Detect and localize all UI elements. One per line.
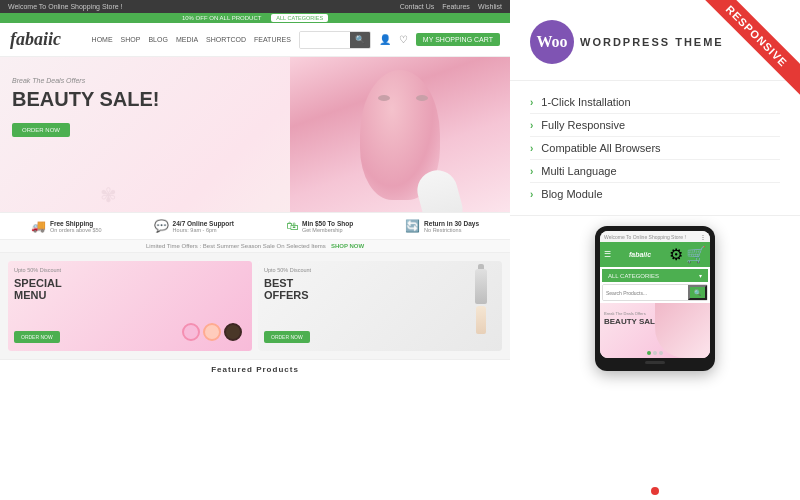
bottle-2 <box>476 306 486 334</box>
pagination-area <box>510 482 800 500</box>
phone-search-bar: 🔍 <box>602 284 708 301</box>
heart-icon[interactable]: ♡ <box>399 34 408 45</box>
card-btn-best[interactable]: ORDER NOW <box>264 331 310 343</box>
feature-shipping-sub: On orders above $50 <box>50 227 102 233</box>
feature-min-shop: 🛍 Min $50 To Shop Get Membership <box>286 219 353 233</box>
site-nav: HOME SHOP BLOG MEDIA SHORTCOD FEATURES <box>92 36 291 43</box>
product-card-best: Upto 50% Discount BESTOFFERS ORDER NOW <box>258 261 502 351</box>
left-panel: Welcome To Online Shopping Store ! Conta… <box>0 0 510 500</box>
phone-gear-icon[interactable]: ⚙ <box>669 245 683 264</box>
feature-label-5: Blog Module <box>541 188 602 200</box>
promo-text: Limited Time Offers : Best Summer Season… <box>146 243 329 249</box>
nav-shop[interactable]: SHOP <box>121 36 141 43</box>
hero-title: BEAUTY SALE! <box>12 88 159 110</box>
hero-cta-button[interactable]: ORDER NOW <box>12 123 70 137</box>
search-input[interactable] <box>300 32 350 48</box>
dot-3 <box>659 351 663 355</box>
feature-return: 🔄 Return in 30 Days No Restrictions <box>405 219 479 233</box>
pill-2 <box>203 323 221 341</box>
promo-link[interactable]: SHOP NOW <box>331 243 364 249</box>
product-card-special: Upto 50% Discount SPECIALMENU ORDER NOW <box>8 261 252 351</box>
chevron-icon-2: › <box>530 120 533 131</box>
search-bar: 🔍 <box>299 31 371 49</box>
nav-features[interactable]: FEATURES <box>254 36 291 43</box>
card-bg-best: Upto 50% Discount BESTOFFERS ORDER NOW <box>258 261 502 351</box>
card-title-special: SPECIALMENU <box>14 277 62 301</box>
bottle-1 <box>475 269 487 304</box>
site-header: fabaiic HOME SHOP BLOG MEDIA SHORTCOD FE… <box>0 23 510 57</box>
phone-hero-image <box>655 303 710 358</box>
feature-return-sub: No Restrictions <box>424 227 479 233</box>
shop-icon: 🛍 <box>286 219 298 233</box>
hero-tagline: Break The Deals Offers <box>12 77 159 84</box>
card-label-best: Upto 50% Discount <box>264 267 311 273</box>
feature-item-5: › Blog Module <box>530 183 780 205</box>
feature-item-2: › Fully Responsive <box>530 114 780 137</box>
topbar-contact[interactable]: Contact Us <box>400 3 435 10</box>
nav-blog[interactable]: BLOG <box>148 36 167 43</box>
shipping-icon: 🚚 <box>31 219 46 233</box>
dot-1 <box>647 351 651 355</box>
phone-hamburger-icon[interactable]: ☰ <box>604 250 611 259</box>
phone-screen: Welcome To Online Shopping Store ! ⋮ ☰ f… <box>600 231 710 358</box>
feature-item-3: › Compatible All Browsers <box>530 137 780 160</box>
feature-label-1: 1-Click Installation <box>541 96 630 108</box>
feature-label-4: Multi Language <box>541 165 616 177</box>
cart-button[interactable]: MY SHOPPING CART <box>416 33 500 46</box>
ribbon-label: RESPONSIVE <box>696 0 800 97</box>
discount-strip: 10% OFF ON ALL PRODUCT ALL CATEGORIES <box>0 13 510 23</box>
phone-home-button <box>645 361 665 364</box>
phone-cart-icon[interactable]: 🛒 <box>686 245 706 264</box>
card-btn-special[interactable]: ORDER NOW <box>14 331 60 343</box>
phone-home-area <box>600 358 710 366</box>
topbar-features[interactable]: Features <box>442 3 470 10</box>
nav-media[interactable]: MEDIA <box>176 36 198 43</box>
card-title-best: BESTOFFERS <box>264 277 309 301</box>
feature-support-sub: Hours: 9am - 6pm <box>173 227 234 233</box>
phone-hero: Break The Deals Offers BEAUTY SALE! <box>600 303 710 358</box>
hero-text: Break The Deals Offers BEAUTY SALE! ORDE… <box>12 77 159 137</box>
feature-shipping-title: Free Shipping <box>50 220 102 227</box>
phone-carousel-dots <box>647 351 663 355</box>
woo-circle: Woo <box>530 20 574 64</box>
phone-search-input[interactable] <box>603 285 688 300</box>
hero-section: ✿ ✾ Break The Deals Offers BEAUTY SALE! … <box>0 57 510 212</box>
topbar-right: Contact Us Features Wishlist <box>400 3 502 10</box>
phone-welcome-text: Welcome To Online Shopping Store ! <box>604 234 686 240</box>
feature-support-title: 24/7 Online Support <box>173 220 234 227</box>
chevron-icon-5: › <box>530 189 533 200</box>
pill-3 <box>224 323 242 341</box>
nav-home[interactable]: HOME <box>92 36 113 43</box>
feature-item-4: › Multi Language <box>530 160 780 183</box>
phone-logo: fabaiic <box>629 251 651 258</box>
phone-categories-bar[interactable]: ALL CATEGORIES ▾ <box>602 269 708 282</box>
phone-dropdown-icon: ▾ <box>699 272 702 279</box>
support-icon: 💬 <box>154 219 169 233</box>
all-categories-top-btn[interactable]: ALL CATEGORIES <box>271 14 328 22</box>
phone-section: Welcome To Online Shopping Store ! ⋮ ☰ f… <box>510 216 800 482</box>
card-deco-pills <box>182 323 242 341</box>
topbar-wishlist[interactable]: Wishlist <box>478 3 502 10</box>
phone-search-button[interactable]: 🔍 <box>688 285 707 300</box>
dot-2 <box>653 351 657 355</box>
card-label-special: Upto 50% Discount <box>14 267 61 273</box>
phone-mockup: Welcome To Online Shopping Store ! ⋮ ☰ f… <box>595 226 715 371</box>
pill-1 <box>182 323 200 341</box>
hero-model-image <box>290 57 510 212</box>
chevron-icon-1: › <box>530 97 533 108</box>
woo-text: Woo <box>536 33 567 51</box>
feature-support: 💬 24/7 Online Support Hours: 9am - 6pm <box>154 219 234 233</box>
site-logo: fabaiic <box>10 29 61 50</box>
top-bar: Welcome To Online Shopping Store ! Conta… <box>0 0 510 13</box>
phone-hero-tagline: Break The Deals Offers <box>604 311 646 316</box>
phone-topbar: ☰ fabaiic ⚙ 🛒 <box>600 242 710 267</box>
features-bar: 🚚 Free Shipping On orders above $50 💬 24… <box>0 212 510 240</box>
search-button[interactable]: 🔍 <box>350 32 370 48</box>
feature-min-sub: Get Membership <box>302 227 353 233</box>
phone-action-icons: ⚙ 🛒 <box>669 245 706 264</box>
feature-label-2: Fully Responsive <box>541 119 625 131</box>
user-icon[interactable]: 👤 <box>379 34 391 45</box>
feature-min-title: Min $50 To Shop <box>302 220 353 227</box>
nav-shortcod[interactable]: SHORTCOD <box>206 36 246 43</box>
phone-dots-icon: ⋮ <box>700 233 706 240</box>
